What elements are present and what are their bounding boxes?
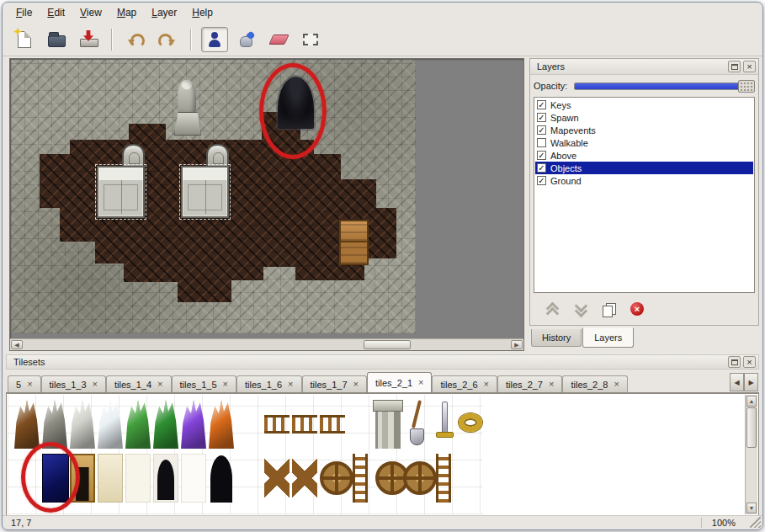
layer-row-walkable[interactable]: Walkable xyxy=(535,136,753,149)
scroll-right-icon[interactable]: ▶ xyxy=(511,340,523,349)
tileset-tab-tiles_2_1[interactable]: tiles_2_1 xyxy=(367,372,432,392)
stamp-tool-button[interactable] xyxy=(201,27,228,52)
close-panel-button[interactable] xyxy=(743,61,756,72)
window-resize-grip[interactable] xyxy=(750,517,761,528)
layer-row-mapevents[interactable]: ✓Mapevents xyxy=(535,124,753,136)
scroll-tabs-left-icon[interactable]: ◀ xyxy=(730,373,744,391)
tileset-tile-track-h[interactable] xyxy=(264,400,290,449)
tileset-tab-tiles_1_6[interactable]: tiles_1_6 xyxy=(236,375,301,392)
tab-close-icon[interactable] xyxy=(549,380,554,389)
tab-close-icon[interactable] xyxy=(353,380,359,389)
panel-tab-history[interactable]: History xyxy=(531,329,582,347)
layer-row-spawn[interactable]: ✓Spawn xyxy=(535,111,753,124)
raise-layer-button[interactable] xyxy=(542,301,560,317)
scroll-tabs-right-icon[interactable]: ▶ xyxy=(744,373,758,391)
tab-close-icon[interactable] xyxy=(223,380,228,389)
layer-visibility-checkbox[interactable]: ✓ xyxy=(537,151,546,160)
scroll-down-icon[interactable]: ▼ xyxy=(746,503,757,513)
tileset-vertical-scrollbar[interactable]: ▲ ▼ xyxy=(745,395,757,514)
tab-close-icon[interactable] xyxy=(157,380,162,389)
tileset-tile-track-h[interactable] xyxy=(292,400,317,449)
tileset-tile-sword[interactable] xyxy=(431,400,456,449)
layers-panel-frame: Layers Opacity: ✓Keys✓Spawn✓MapeventsWal… xyxy=(529,58,759,326)
select-tool-button[interactable] xyxy=(297,27,324,52)
tileset-canvas[interactable] xyxy=(8,395,745,514)
tab-close-icon[interactable] xyxy=(288,380,293,389)
layers-panel-titlebar[interactable]: Layers xyxy=(530,59,758,75)
layer-visibility-checkbox[interactable]: ✓ xyxy=(537,125,546,135)
layer-visibility-checkbox[interactable]: ✓ xyxy=(537,176,546,185)
tileset-tile-track-cross[interactable] xyxy=(264,454,290,503)
opacity-slider[interactable] xyxy=(574,82,755,90)
menu-layer[interactable]: Layer xyxy=(145,4,183,21)
tileset-tile-shovel[interactable] xyxy=(403,400,428,449)
tileset-tab-tiles_2_7[interactable]: tiles_2_7 xyxy=(497,375,562,392)
tab-close-icon[interactable] xyxy=(614,380,619,389)
tileset-tile-track-h[interactable] xyxy=(320,400,345,449)
eraser-tool-button[interactable] xyxy=(265,27,292,52)
tileset-vscroll-thumb[interactable] xyxy=(746,407,757,448)
layer-row-ground[interactable]: ✓Ground xyxy=(535,174,753,187)
delete-layer-button[interactable] xyxy=(628,301,646,317)
tileset-tile-pale[interactable] xyxy=(125,454,151,503)
open-file-button[interactable] xyxy=(43,27,70,52)
menu-map[interactable]: Map xyxy=(110,4,143,21)
redo-button[interactable] xyxy=(154,27,181,52)
tileset-tab-tiles_1_4[interactable]: tiles_1_4 xyxy=(106,375,171,392)
save-file-icon xyxy=(80,31,97,47)
tileset-tile-coil[interactable] xyxy=(459,413,482,432)
tileset-tab-tiles_2_8[interactable]: tiles_2_8 xyxy=(562,375,627,392)
lower-layer-button[interactable] xyxy=(571,301,589,317)
new-file-button[interactable] xyxy=(11,27,38,52)
tab-close-icon[interactable] xyxy=(484,380,489,389)
duplicate-layer-button[interactable] xyxy=(599,301,618,317)
tileset-tab-tiles_2_6[interactable]: tiles_2_6 xyxy=(432,375,497,392)
tab-label: 5 xyxy=(16,380,21,390)
tileset-tile-white[interactable] xyxy=(181,454,206,503)
tab-close-icon[interactable] xyxy=(27,380,32,389)
tileset-tile-track-v[interactable] xyxy=(348,454,373,503)
menu-help[interactable]: Help xyxy=(185,4,220,21)
tileset-tile-arch-light[interactable] xyxy=(153,454,178,503)
map-horizontal-scrollbar[interactable]: ◀ ▶ xyxy=(10,338,523,350)
close-panel-button[interactable] xyxy=(743,356,756,368)
tileset-tab-tiles_1_5[interactable]: tiles_1_5 xyxy=(172,375,236,392)
layer-row-objects[interactable]: ✓Objects xyxy=(535,162,753,174)
layer-visibility-checkbox[interactable] xyxy=(537,138,546,147)
fill-tool-button[interactable] xyxy=(233,27,260,52)
tilesets-panel-title: Tilesets xyxy=(13,357,45,367)
tileset-tile-track-cross[interactable] xyxy=(292,454,317,503)
menu-file[interactable]: File xyxy=(9,4,39,21)
layer-visibility-checkbox[interactable]: ✓ xyxy=(537,113,546,122)
tileset-tab-tiles_1_3[interactable]: tiles_1_3 xyxy=(41,375,106,392)
map-hscroll-thumb[interactable] xyxy=(364,340,411,349)
tab-label: tiles_2_1 xyxy=(375,378,412,388)
scroll-left-icon[interactable]: ◀ xyxy=(11,340,23,349)
zoom-level: 100% xyxy=(701,518,736,528)
tileset-tile-column[interactable] xyxy=(375,400,401,449)
opacity-slider-handle[interactable] xyxy=(738,80,755,93)
tileset-tab-tiles_1_7[interactable]: tiles_1_7 xyxy=(302,375,367,392)
save-file-button[interactable] xyxy=(75,27,102,52)
float-panel-button[interactable] xyxy=(728,61,741,72)
layer-row-above[interactable]: ✓Above xyxy=(535,149,753,162)
tileset-tab-5[interactable]: 5 xyxy=(8,375,41,392)
layer-row-keys[interactable]: ✓Keys xyxy=(535,98,753,111)
panel-tab-layers[interactable]: Layers xyxy=(582,327,634,348)
undo-button[interactable] xyxy=(122,27,149,52)
menu-edit[interactable]: Edit xyxy=(40,4,72,21)
map-canvas[interactable] xyxy=(11,60,416,333)
scroll-up-icon[interactable]: ▲ xyxy=(746,396,757,407)
tab-label: tiles_1_4 xyxy=(114,380,151,390)
layer-visibility-checkbox[interactable]: ✓ xyxy=(537,163,546,173)
tab-close-icon[interactable] xyxy=(93,380,98,389)
tab-close-icon[interactable] xyxy=(418,378,423,387)
layers-panel-tabs: HistoryLayers xyxy=(531,327,634,348)
tileset-tile-cream[interactable] xyxy=(98,454,123,503)
menu-view[interactable]: View xyxy=(73,4,109,21)
tileset-tile-track-v[interactable] xyxy=(431,454,456,503)
layer-visibility-checkbox[interactable]: ✓ xyxy=(537,100,546,109)
tileset-tile-arch-dark[interactable] xyxy=(209,454,234,503)
tilesets-panel-titlebar[interactable]: Tilesets xyxy=(6,354,759,370)
float-panel-button[interactable] xyxy=(728,356,741,368)
